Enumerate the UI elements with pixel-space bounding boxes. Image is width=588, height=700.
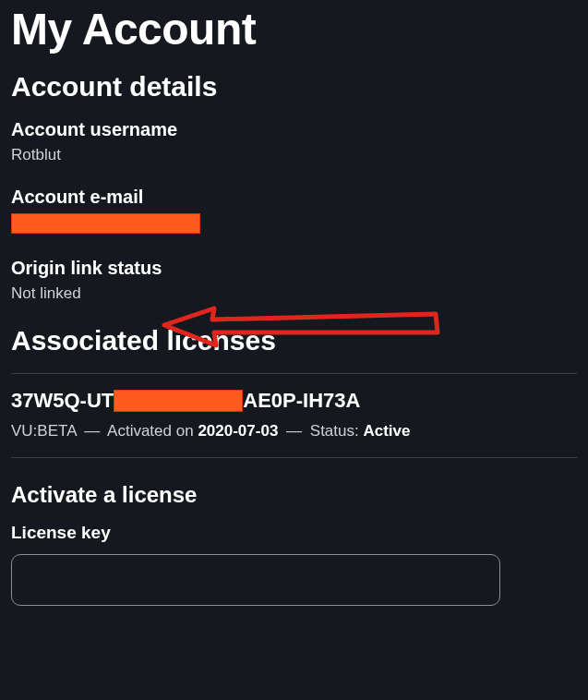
license-status-value: Active	[363, 422, 410, 440]
license-status-label: Status:	[310, 422, 359, 440]
license-meta: VU:BETA — Activated on 2020-07-03 — Stat…	[11, 422, 577, 441]
origin-link-label: Origin link status	[11, 258, 577, 279]
license-key-input-label: License key	[11, 523, 577, 543]
username-value: Rotblut	[11, 146, 577, 164]
page-title: My Account	[11, 4, 577, 54]
associated-licenses-heading: Associated licenses	[11, 325, 577, 356]
origin-link-value: Not linked	[11, 284, 577, 303]
separator: —	[282, 422, 306, 440]
license-row: 37W5Q-UT AE0P-IH73A VU:BETA — Activated …	[11, 374, 577, 457]
activate-license-heading: Activate a license	[11, 482, 577, 508]
license-product: VU:BETA	[11, 422, 77, 440]
license-activated-date: 2020-07-03	[198, 422, 278, 440]
account-details-heading: Account details	[11, 71, 577, 103]
username-label: Account username	[11, 119, 577, 140]
license-key-suffix: AE0P-IH73A	[243, 389, 360, 413]
separator: —	[80, 422, 103, 440]
license-key: 37W5Q-UT AE0P-IH73A	[11, 389, 577, 413]
email-value-redacted	[11, 213, 200, 234]
divider	[11, 457, 577, 458]
license-key-prefix: 37W5Q-UT	[11, 389, 114, 413]
license-key-input[interactable]	[11, 554, 500, 606]
license-key-redacted	[114, 390, 243, 412]
license-activated-label: Activated on	[107, 422, 194, 440]
email-label: Account e-mail	[11, 187, 577, 208]
